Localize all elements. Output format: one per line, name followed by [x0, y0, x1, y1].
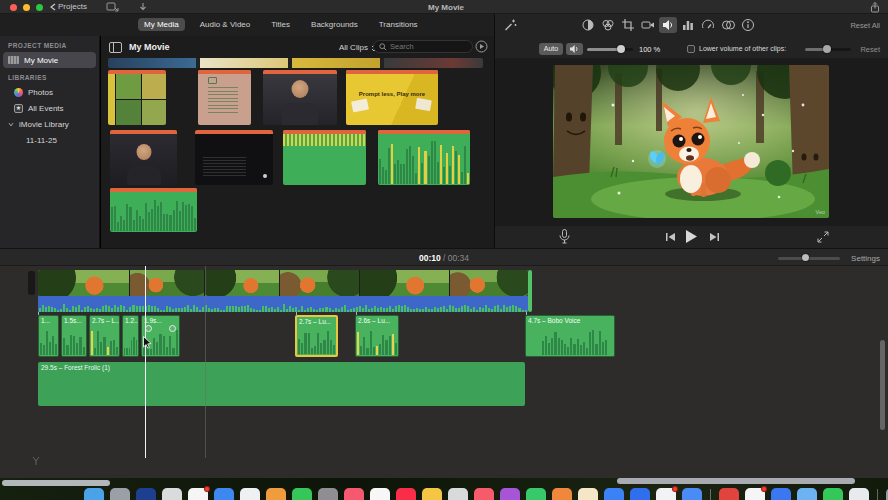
dock-icon[interactable]: [188, 488, 208, 500]
fullscreen-icon[interactable]: [817, 231, 829, 243]
clip-thumbnail-screen-recording[interactable]: [195, 130, 273, 185]
dock-icon[interactable]: [745, 488, 765, 500]
sidebar-item-photos[interactable]: Photos: [0, 84, 99, 100]
search-field[interactable]: [373, 40, 473, 53]
tab-transitions[interactable]: Transitions: [373, 18, 424, 31]
speed-icon[interactable]: [699, 17, 717, 33]
zoom-window-button[interactable]: [36, 4, 43, 11]
dock-icon[interactable]: [823, 488, 843, 500]
download-arrow-icon[interactable]: [138, 2, 148, 12]
audio-clip[interactable]: 1...: [38, 315, 59, 357]
dock-icon[interactable]: [719, 488, 739, 500]
audio-clip-selected[interactable]: 2.7s – Lu...: [295, 315, 338, 357]
crop-icon[interactable]: [619, 17, 637, 33]
enhance-wand-icon[interactable]: [501, 17, 519, 33]
timeline-zoom-slider[interactable]: [778, 257, 840, 260]
dock-icon[interactable]: [849, 488, 869, 500]
lower-volume-checkbox[interactable]: [687, 45, 695, 53]
search-input[interactable]: [390, 42, 460, 51]
sidebar-item-all-events[interactable]: ★ All Events: [0, 100, 99, 116]
audio-clip[interactable]: 1.5s...: [61, 315, 87, 357]
sidebar-toggle-icon[interactable]: [109, 42, 122, 53]
play-through-icon[interactable]: [475, 40, 488, 53]
dock-icon[interactable]: [240, 488, 260, 500]
video-frame[interactable]: [360, 270, 450, 296]
tab-titles[interactable]: Titles: [265, 18, 296, 31]
tab-audio-video[interactable]: Audio & Video: [194, 18, 257, 31]
sidebar-item-imovie-library[interactable]: iMovie Library: [0, 116, 99, 132]
voiceover-mic-icon[interactable]: [559, 229, 570, 244]
previous-frame-button[interactable]: [665, 232, 676, 242]
thumbnail-strip-partial[interactable]: [108, 58, 483, 68]
timeline-left-trim-handle[interactable]: [28, 271, 35, 295]
clip-thumbnail-audio-spiky[interactable]: [378, 130, 470, 185]
horizontal-scrollbar-left[interactable]: [2, 480, 110, 486]
tab-my-media[interactable]: My Media: [138, 18, 185, 31]
close-window-button[interactable]: [10, 4, 17, 11]
dock-icon[interactable]: [682, 488, 702, 500]
audio-clip[interactable]: 2.6s – Lu...: [355, 315, 399, 357]
clip-thumbnail-audio-yellow[interactable]: [283, 130, 366, 185]
audio-clip[interactable]: 1.2...: [122, 315, 139, 357]
color-correction-icon[interactable]: [599, 17, 617, 33]
share-icon[interactable]: [870, 2, 880, 13]
horizontal-scrollbar-right[interactable]: [617, 478, 855, 484]
playhead[interactable]: [145, 266, 146, 458]
timeline-zoom-knob[interactable]: [802, 254, 809, 261]
video-frame[interactable]: [38, 270, 130, 296]
dock-icon[interactable]: [630, 488, 650, 500]
dock-icon[interactable]: [136, 488, 156, 500]
sidebar-item-library-date[interactable]: 11-11-25: [0, 132, 99, 148]
dock-icon[interactable]: [422, 488, 442, 500]
timeline-right-trim-handle[interactable]: [528, 270, 532, 312]
dock-icon[interactable]: [448, 488, 468, 500]
play-button[interactable]: [685, 229, 698, 244]
dock-icon[interactable]: [318, 488, 338, 500]
color-balance-icon[interactable]: [579, 17, 597, 33]
fade-handle[interactable]: [169, 325, 176, 332]
clip-thumbnail[interactable]: [292, 58, 380, 68]
clip-thumbnail-document[interactable]: [198, 70, 251, 125]
next-frame-button[interactable]: [709, 232, 720, 242]
dock-icon[interactable]: [292, 488, 312, 500]
clip-thumbnail-audio-green[interactable]: [110, 188, 197, 232]
auto-volume-button[interactable]: Auto: [539, 43, 563, 55]
timeline-settings-button[interactable]: Settings: [851, 254, 880, 263]
volume-slider-knob[interactable]: [617, 45, 625, 53]
clips-filter-dropdown[interactable]: All Clips: [339, 43, 377, 52]
reset-button[interactable]: Reset: [860, 45, 880, 54]
clip-thumbnail[interactable]: [200, 58, 288, 68]
dock-icon[interactable]: [370, 488, 390, 500]
dock-icon[interactable]: [656, 488, 676, 500]
timeline-vertical-scrollbar[interactable]: [880, 340, 885, 430]
clip-thumbnail[interactable]: [384, 58, 483, 68]
dock-icon[interactable]: [474, 488, 494, 500]
volume-icon[interactable]: [659, 17, 677, 33]
audio-clip[interactable]: 2.7s – L...: [89, 315, 120, 357]
dock-icon[interactable]: [500, 488, 520, 500]
tab-backgrounds[interactable]: Backgrounds: [305, 18, 364, 31]
video-frame[interactable]: [280, 270, 360, 296]
dock-icon[interactable]: [396, 488, 416, 500]
video-frame[interactable]: [205, 270, 280, 296]
dock-icon[interactable]: [771, 488, 791, 500]
dock-icon[interactable]: [266, 488, 286, 500]
video-track-filmstrip[interactable]: [38, 270, 528, 296]
dock-icon[interactable]: [214, 488, 234, 500]
clip-filter-icon[interactable]: [719, 17, 737, 33]
clip-thumbnail-slide[interactable]: Prompt less, Play more: [346, 70, 438, 125]
clip-info-icon[interactable]: [739, 17, 757, 33]
stabilization-icon[interactable]: [639, 17, 657, 33]
dock-icon[interactable]: [162, 488, 182, 500]
sidebar-item-my-movie[interactable]: My Movie: [3, 52, 96, 68]
audio-clip[interactable]: 4.7s – Bobo Voice: [525, 315, 615, 357]
mute-speaker-button[interactable]: [566, 43, 583, 55]
fade-handle[interactable]: [145, 325, 152, 332]
dock-icon[interactable]: [526, 488, 546, 500]
clip-thumbnail-presenter-desk[interactable]: [110, 130, 177, 185]
dock-icon[interactable]: [344, 488, 364, 500]
music-clip[interactable]: 29.5s – Forest Frolic (1): [38, 362, 525, 406]
dock-icon[interactable]: [578, 488, 598, 500]
dock-icon[interactable]: [110, 488, 130, 500]
dock-icon[interactable]: [84, 488, 104, 500]
